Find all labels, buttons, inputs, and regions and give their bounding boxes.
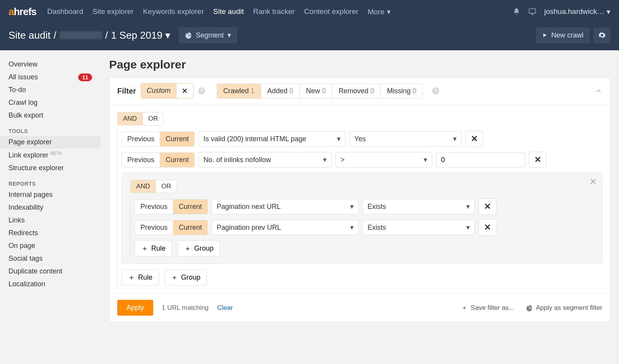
- crumb-date[interactable]: 1 Sep 2019 ▾: [111, 29, 170, 41]
- sidebar-item-todo[interactable]: To-do: [0, 84, 101, 96]
- sidebar-item-on-page[interactable]: On page: [0, 239, 101, 252]
- rule1-field-select[interactable]: Is valid (200) internal HTML page▾: [198, 131, 345, 147]
- nav-links: Dashboard Site explorer Keywords explore…: [47, 7, 391, 16]
- sub-header: Site audit / / 1 Sep 2019 ▾ Segment ▾ Ne…: [0, 23, 619, 50]
- tab-added[interactable]: Added 0: [261, 84, 300, 98]
- rule4-current[interactable]: Current: [173, 220, 207, 235]
- apply-button[interactable]: Apply: [117, 300, 153, 316]
- sidebar-item-all-issues[interactable]: All issues11: [0, 71, 101, 84]
- sidebar-item-bulk-export[interactable]: Bulk export: [0, 109, 101, 122]
- rule3-field-select[interactable]: Pagination next URL▾: [212, 199, 359, 214]
- sidebar-item-internal-pages[interactable]: Internal pages: [0, 188, 101, 201]
- save-filter-as[interactable]: ＋Save filter as...: [461, 303, 514, 312]
- tab-removed[interactable]: Removed 0: [332, 84, 381, 98]
- new-crawl-button[interactable]: New crawl: [536, 27, 590, 43]
- top-nav: ahrefs Dashboard Site explorer Keywords …: [0, 0, 619, 23]
- settings-button[interactable]: [593, 27, 610, 43]
- sidebar-item-page-explorer[interactable]: Page explorer: [0, 136, 101, 149]
- nav-rank-tracker[interactable]: Rank tracker: [253, 7, 295, 16]
- rule-row-1: Previous Current Is valid (200) internal…: [121, 131, 602, 147]
- sidebar-item-localization[interactable]: Localization: [0, 278, 101, 291]
- rule2-current[interactable]: Current: [160, 153, 194, 167]
- nested-add-row: ＋Rule ＋Group: [135, 240, 595, 256]
- collapse-icon[interactable]: [595, 87, 602, 95]
- tab-missing[interactable]: Missing 0: [381, 84, 422, 98]
- logo: ahrefs: [9, 6, 36, 18]
- sidebar-item-overview[interactable]: Overview: [0, 58, 101, 71]
- nav-keywords-explorer[interactable]: Keywords explorer: [143, 7, 204, 16]
- nav-site-explorer[interactable]: Site explorer: [92, 7, 134, 16]
- nav-site-audit[interactable]: Site audit: [213, 7, 244, 16]
- rule4-previous[interactable]: Previous: [135, 220, 173, 235]
- add-group[interactable]: ＋Group: [164, 269, 207, 285]
- sidebar-item-structure-explorer[interactable]: Structure explorer: [0, 162, 101, 174]
- rule4-field-select[interactable]: Pagination prev URL▾: [212, 220, 359, 235]
- add-row: ＋Rule ＋Group: [121, 269, 602, 285]
- help-icon[interactable]: ?: [198, 87, 205, 94]
- rule4-value-select[interactable]: Exists▾: [363, 220, 475, 235]
- rule1-value-select[interactable]: Yes▾: [349, 131, 462, 147]
- rule1-previous[interactable]: Previous: [122, 132, 160, 146]
- rule2-remove[interactable]: ✕: [529, 152, 547, 168]
- segment-button[interactable]: Segment ▾: [179, 27, 237, 43]
- nested-add-rule[interactable]: ＋Rule: [135, 240, 172, 256]
- crumb-project[interactable]: [60, 31, 102, 39]
- rule2-previous[interactable]: Previous: [122, 153, 160, 167]
- matching-count: 1 URL matching: [162, 304, 209, 312]
- sidebar-item-links[interactable]: Links: [0, 214, 101, 227]
- nav-right: joshua.hardwick…▾: [513, 7, 610, 16]
- nav-dashboard[interactable]: Dashboard: [47, 7, 83, 16]
- help-icon-tabs[interactable]: ?: [432, 87, 439, 94]
- rule4-remove[interactable]: ✕: [479, 219, 496, 236]
- sidebar: Overview All issues11 To-do Crawl log Bu…: [0, 50, 101, 322]
- bell-icon[interactable]: [513, 8, 520, 15]
- sidebar-item-social-tags[interactable]: Social tags: [0, 252, 101, 265]
- gear-icon: [598, 31, 606, 39]
- sidebar-item-duplicate-content[interactable]: Duplicate content: [0, 265, 101, 278]
- logic-or[interactable]: OR: [143, 113, 164, 125]
- sidebar-item-indexability[interactable]: Indexability: [0, 201, 101, 214]
- plus-icon: ＋: [171, 273, 178, 282]
- sidebar-item-crawl-log[interactable]: Crawl log: [0, 96, 101, 109]
- apply-as-segment[interactable]: Apply as segment filter: [526, 304, 602, 312]
- rule3-current[interactable]: Current: [173, 200, 207, 214]
- custom-pill-label: Custom: [141, 84, 176, 98]
- nav-content-explorer[interactable]: Content explorer: [304, 7, 358, 16]
- plus-icon: ＋: [461, 303, 468, 312]
- custom-pill-close[interactable]: ✕: [176, 84, 193, 98]
- tab-crawled[interactable]: Crawled 1: [217, 84, 261, 98]
- nested-logic-toggle: AND OR: [130, 180, 177, 193]
- nested-and[interactable]: AND: [131, 180, 156, 193]
- rule2-field-select[interactable]: No. of inlinks nofollow▾: [198, 152, 332, 167]
- svg-rect-0: [529, 9, 535, 14]
- crumb-root[interactable]: Site audit: [9, 29, 50, 41]
- rule3-remove[interactable]: ✕: [479, 198, 496, 215]
- plus-icon: ＋: [141, 244, 148, 253]
- rule-row-2: Previous Current No. of inlinks nofollow…: [121, 152, 602, 168]
- status-tabs: Crawled 1 Added 0 New 0 Removed 0 Missin…: [217, 84, 423, 99]
- rule2-value-input[interactable]: [436, 152, 525, 167]
- sidebar-item-link-explorer[interactable]: Link explorerBETA: [0, 149, 101, 162]
- nested-add-group[interactable]: ＋Group: [178, 240, 220, 256]
- nested-or[interactable]: OR: [156, 180, 177, 193]
- rule1-remove[interactable]: ✕: [465, 131, 483, 147]
- logic-and[interactable]: AND: [118, 113, 143, 125]
- tab-new[interactable]: New 0: [300, 84, 332, 98]
- user-menu[interactable]: joshua.hardwick…▾: [544, 7, 610, 16]
- logic-toggle: AND OR: [117, 112, 164, 125]
- rule3-value-select[interactable]: Exists▾: [363, 199, 475, 214]
- pie-icon: [526, 304, 533, 311]
- monitor-icon[interactable]: [528, 8, 537, 15]
- rule1-current[interactable]: Current: [160, 132, 194, 146]
- rule2-op-select[interactable]: >▾: [335, 152, 432, 167]
- sidebar-item-redirects[interactable]: Redirects: [0, 227, 101, 239]
- main-content: Page explorer Filter Custom ✕ ? Crawled …: [101, 50, 619, 322]
- plus-icon: ＋: [128, 273, 135, 282]
- clear-link[interactable]: Clear: [217, 304, 233, 312]
- add-rule[interactable]: ＋Rule: [121, 269, 159, 285]
- nav-more[interactable]: More▾: [368, 7, 390, 16]
- nested-close[interactable]: ✕: [590, 177, 597, 187]
- rule2-prevcur: Previous Current: [121, 152, 195, 167]
- play-icon: [542, 32, 547, 38]
- rule3-previous[interactable]: Previous: [135, 200, 173, 214]
